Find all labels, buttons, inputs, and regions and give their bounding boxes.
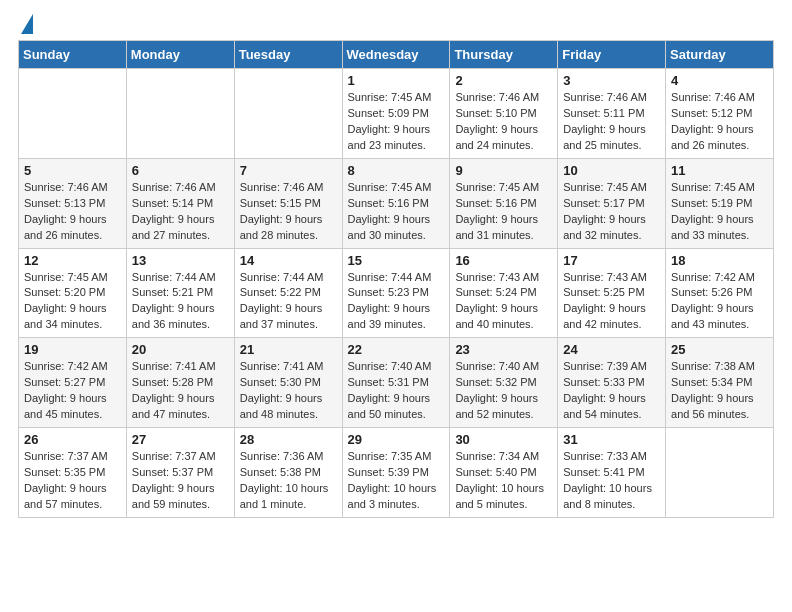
day-number: 21: [240, 342, 337, 357]
calendar-cell: 8Sunrise: 7:45 AMSunset: 5:16 PMDaylight…: [342, 158, 450, 248]
day-info: Sunrise: 7:44 AMSunset: 5:23 PMDaylight:…: [348, 270, 445, 334]
day-info: Sunrise: 7:46 AMSunset: 5:14 PMDaylight:…: [132, 180, 229, 244]
day-info: Sunrise: 7:45 AMSunset: 5:17 PMDaylight:…: [563, 180, 660, 244]
calendar-week-1: 1Sunrise: 7:45 AMSunset: 5:09 PMDaylight…: [19, 69, 774, 159]
calendar-cell: 3Sunrise: 7:46 AMSunset: 5:11 PMDaylight…: [558, 69, 666, 159]
day-info: Sunrise: 7:40 AMSunset: 5:31 PMDaylight:…: [348, 359, 445, 423]
page: SundayMondayTuesdayWednesdayThursdayFrid…: [0, 0, 792, 536]
calendar-cell: 19Sunrise: 7:42 AMSunset: 5:27 PMDayligh…: [19, 338, 127, 428]
calendar-body: 1Sunrise: 7:45 AMSunset: 5:09 PMDaylight…: [19, 69, 774, 518]
day-number: 9: [455, 163, 552, 178]
day-number: 3: [563, 73, 660, 88]
day-number: 7: [240, 163, 337, 178]
day-number: 2: [455, 73, 552, 88]
calendar-cell: 20Sunrise: 7:41 AMSunset: 5:28 PMDayligh…: [126, 338, 234, 428]
day-number: 30: [455, 432, 552, 447]
weekday-header-thursday: Thursday: [450, 41, 558, 69]
weekday-header-sunday: Sunday: [19, 41, 127, 69]
day-info: Sunrise: 7:33 AMSunset: 5:41 PMDaylight:…: [563, 449, 660, 513]
calendar-cell: 31Sunrise: 7:33 AMSunset: 5:41 PMDayligh…: [558, 428, 666, 518]
calendar-cell: 21Sunrise: 7:41 AMSunset: 5:30 PMDayligh…: [234, 338, 342, 428]
day-number: 10: [563, 163, 660, 178]
calendar-cell: 17Sunrise: 7:43 AMSunset: 5:25 PMDayligh…: [558, 248, 666, 338]
day-number: 24: [563, 342, 660, 357]
day-info: Sunrise: 7:45 AMSunset: 5:19 PMDaylight:…: [671, 180, 768, 244]
day-info: Sunrise: 7:42 AMSunset: 5:27 PMDaylight:…: [24, 359, 121, 423]
day-number: 14: [240, 253, 337, 268]
day-number: 4: [671, 73, 768, 88]
day-number: 11: [671, 163, 768, 178]
calendar-week-5: 26Sunrise: 7:37 AMSunset: 5:35 PMDayligh…: [19, 428, 774, 518]
calendar-cell: 23Sunrise: 7:40 AMSunset: 5:32 PMDayligh…: [450, 338, 558, 428]
calendar-cell: 25Sunrise: 7:38 AMSunset: 5:34 PMDayligh…: [666, 338, 774, 428]
day-info: Sunrise: 7:42 AMSunset: 5:26 PMDaylight:…: [671, 270, 768, 334]
day-info: Sunrise: 7:36 AMSunset: 5:38 PMDaylight:…: [240, 449, 337, 513]
weekday-header-wednesday: Wednesday: [342, 41, 450, 69]
day-number: 13: [132, 253, 229, 268]
calendar-cell: 28Sunrise: 7:36 AMSunset: 5:38 PMDayligh…: [234, 428, 342, 518]
day-number: 12: [24, 253, 121, 268]
calendar-week-4: 19Sunrise: 7:42 AMSunset: 5:27 PMDayligh…: [19, 338, 774, 428]
day-number: 25: [671, 342, 768, 357]
calendar-cell: 14Sunrise: 7:44 AMSunset: 5:22 PMDayligh…: [234, 248, 342, 338]
day-number: 16: [455, 253, 552, 268]
calendar-cell: 10Sunrise: 7:45 AMSunset: 5:17 PMDayligh…: [558, 158, 666, 248]
day-info: Sunrise: 7:45 AMSunset: 5:16 PMDaylight:…: [348, 180, 445, 244]
day-number: 20: [132, 342, 229, 357]
logo-triangle-icon: [21, 14, 33, 34]
calendar-cell: 5Sunrise: 7:46 AMSunset: 5:13 PMDaylight…: [19, 158, 127, 248]
calendar-table: SundayMondayTuesdayWednesdayThursdayFrid…: [18, 40, 774, 518]
weekday-header-friday: Friday: [558, 41, 666, 69]
calendar-cell: 13Sunrise: 7:44 AMSunset: 5:21 PMDayligh…: [126, 248, 234, 338]
day-number: 18: [671, 253, 768, 268]
calendar-cell: 15Sunrise: 7:44 AMSunset: 5:23 PMDayligh…: [342, 248, 450, 338]
weekday-header-saturday: Saturday: [666, 41, 774, 69]
calendar-cell: 2Sunrise: 7:46 AMSunset: 5:10 PMDaylight…: [450, 69, 558, 159]
calendar-week-2: 5Sunrise: 7:46 AMSunset: 5:13 PMDaylight…: [19, 158, 774, 248]
calendar-cell: [666, 428, 774, 518]
calendar-cell: 9Sunrise: 7:45 AMSunset: 5:16 PMDaylight…: [450, 158, 558, 248]
day-info: Sunrise: 7:38 AMSunset: 5:34 PMDaylight:…: [671, 359, 768, 423]
day-number: 29: [348, 432, 445, 447]
weekday-header-tuesday: Tuesday: [234, 41, 342, 69]
calendar-cell: 22Sunrise: 7:40 AMSunset: 5:31 PMDayligh…: [342, 338, 450, 428]
day-number: 19: [24, 342, 121, 357]
day-number: 1: [348, 73, 445, 88]
calendar-cell: 24Sunrise: 7:39 AMSunset: 5:33 PMDayligh…: [558, 338, 666, 428]
weekday-header-monday: Monday: [126, 41, 234, 69]
calendar-cell: 1Sunrise: 7:45 AMSunset: 5:09 PMDaylight…: [342, 69, 450, 159]
calendar-cell: 11Sunrise: 7:45 AMSunset: 5:19 PMDayligh…: [666, 158, 774, 248]
day-number: 8: [348, 163, 445, 178]
day-number: 23: [455, 342, 552, 357]
calendar-header: SundayMondayTuesdayWednesdayThursdayFrid…: [19, 41, 774, 69]
calendar-cell: 16Sunrise: 7:43 AMSunset: 5:24 PMDayligh…: [450, 248, 558, 338]
day-number: 22: [348, 342, 445, 357]
day-info: Sunrise: 7:40 AMSunset: 5:32 PMDaylight:…: [455, 359, 552, 423]
calendar-week-3: 12Sunrise: 7:45 AMSunset: 5:20 PMDayligh…: [19, 248, 774, 338]
day-info: Sunrise: 7:34 AMSunset: 5:40 PMDaylight:…: [455, 449, 552, 513]
day-number: 26: [24, 432, 121, 447]
day-info: Sunrise: 7:43 AMSunset: 5:24 PMDaylight:…: [455, 270, 552, 334]
day-info: Sunrise: 7:45 AMSunset: 5:20 PMDaylight:…: [24, 270, 121, 334]
day-info: Sunrise: 7:46 AMSunset: 5:12 PMDaylight:…: [671, 90, 768, 154]
day-info: Sunrise: 7:35 AMSunset: 5:39 PMDaylight:…: [348, 449, 445, 513]
calendar-cell: 27Sunrise: 7:37 AMSunset: 5:37 PMDayligh…: [126, 428, 234, 518]
day-info: Sunrise: 7:37 AMSunset: 5:35 PMDaylight:…: [24, 449, 121, 513]
day-info: Sunrise: 7:45 AMSunset: 5:16 PMDaylight:…: [455, 180, 552, 244]
day-info: Sunrise: 7:44 AMSunset: 5:22 PMDaylight:…: [240, 270, 337, 334]
calendar-cell: 29Sunrise: 7:35 AMSunset: 5:39 PMDayligh…: [342, 428, 450, 518]
day-number: 31: [563, 432, 660, 447]
calendar-cell: 18Sunrise: 7:42 AMSunset: 5:26 PMDayligh…: [666, 248, 774, 338]
calendar-cell: [19, 69, 127, 159]
calendar-cell: [234, 69, 342, 159]
day-info: Sunrise: 7:41 AMSunset: 5:30 PMDaylight:…: [240, 359, 337, 423]
day-info: Sunrise: 7:45 AMSunset: 5:09 PMDaylight:…: [348, 90, 445, 154]
header: [18, 18, 774, 34]
day-number: 6: [132, 163, 229, 178]
day-info: Sunrise: 7:41 AMSunset: 5:28 PMDaylight:…: [132, 359, 229, 423]
calendar-cell: 30Sunrise: 7:34 AMSunset: 5:40 PMDayligh…: [450, 428, 558, 518]
day-number: 28: [240, 432, 337, 447]
calendar-cell: [126, 69, 234, 159]
weekday-row: SundayMondayTuesdayWednesdayThursdayFrid…: [19, 41, 774, 69]
day-info: Sunrise: 7:44 AMSunset: 5:21 PMDaylight:…: [132, 270, 229, 334]
